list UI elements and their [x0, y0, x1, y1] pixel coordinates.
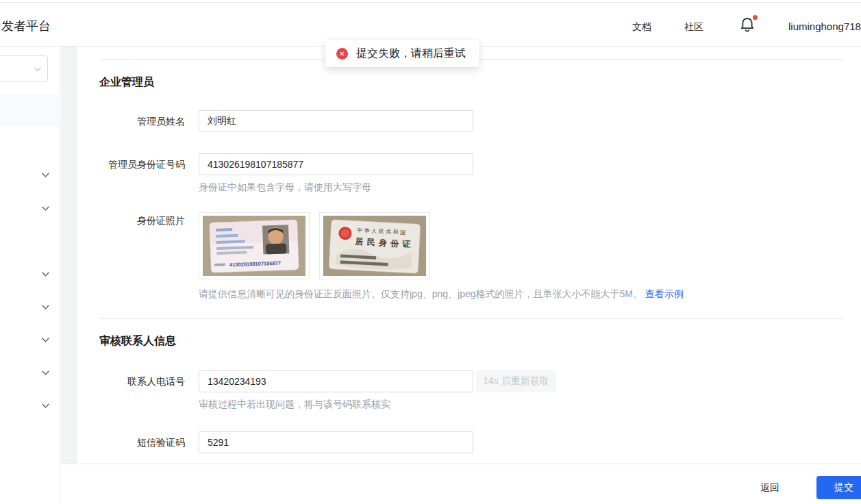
sidebar-item-active[interactable] [0, 94, 60, 126]
section-divider [99, 318, 844, 319]
id-card-front-photo: 413026198107185877 [203, 216, 305, 276]
section-title-admin: 企业管理员 [99, 75, 154, 90]
nav-docs[interactable]: 文档 [632, 21, 651, 34]
view-example-link[interactable]: 查看示例 [645, 288, 684, 299]
toast-message: 提交失败，请稍后重试 [356, 47, 466, 61]
contact-phone-input[interactable] [199, 370, 473, 392]
submit-button[interactable]: 提交 [816, 476, 861, 499]
developer-platform-page: 发者平台 文档 社区 liuminghong718 ✕ 提交失败，请稍后重试 [0, 0, 861, 504]
chevron-down-icon [41, 368, 50, 377]
content-gutter [61, 47, 77, 464]
admin-id-hint: 身份证中如果包含字母，请使用大写字母 [199, 181, 371, 194]
chevron-down-icon [41, 336, 50, 344]
bell-icon [740, 24, 755, 35]
chevron-down-icon [41, 401, 50, 410]
sidebar-item-collapsed[interactable] [37, 200, 53, 216]
sidebar-item-collapsed[interactable] [37, 166, 53, 183]
chevron-down-icon [34, 65, 42, 73]
sidebar-item-collapsed[interactable] [37, 299, 53, 315]
user-menu[interactable]: liuminghong718 [788, 21, 861, 32]
contact-phone-label: 联系人电话号 [77, 370, 185, 392]
nav-community[interactable]: 社区 [684, 21, 703, 34]
admin-id-label: 管理员身份证号码 [77, 153, 185, 175]
back-button[interactable]: 返回 [749, 477, 790, 499]
error-circle-icon: ✕ [336, 48, 348, 60]
brand-title: 发者平台 [1, 18, 51, 34]
admin-id-input[interactable] [199, 153, 473, 175]
notification-dot [753, 15, 758, 20]
workspace-select[interactable] [0, 55, 48, 81]
id-photo-hint-text: 请提供信息清晰可见的身份证正反面照片。仅支持jpg、png、jpeg格式的照片，… [199, 288, 642, 299]
admin-name-input[interactable] [199, 110, 473, 132]
resend-code-button[interactable]: 14s 后重新获取 [476, 370, 556, 392]
chevron-down-icon [41, 270, 50, 279]
footer-action-bar: 返回 提交 [61, 464, 861, 504]
sms-code-label: 短信验证码 [77, 431, 185, 453]
chevron-down-icon [41, 171, 50, 179]
admin-name-label: 管理员姓名 [77, 110, 185, 132]
id-card-front-upload[interactable]: 413026198107185877 [199, 212, 310, 279]
id-card-back-upload[interactable]: 中华人民共和国 居 民 身 份 证 [319, 212, 430, 279]
notification-bell-button[interactable] [740, 16, 758, 36]
id-photo-label: 身份证照片 [77, 210, 185, 231]
section-title-contact: 审核联系人信息 [99, 334, 176, 349]
sidebar [0, 47, 60, 504]
id-card-back-photo: 中华人民共和国 居 民 身 份 证 [323, 216, 426, 276]
id-photo-hint: 请提供信息清晰可见的身份证正反面照片。仅支持jpg、png、jpeg格式的照片，… [199, 288, 684, 301]
chevron-down-icon [41, 204, 50, 213]
contact-phone-hint: 审核过程中若出现问题，将与该号码联系核实 [199, 399, 390, 411]
sidebar-item-collapsed[interactable] [37, 364, 53, 381]
form-content: 企业管理员 管理员姓名 管理员身份证号码 身份证中如果包含字母，请使用大写字母 … [77, 47, 861, 464]
sidebar-item-collapsed[interactable] [37, 397, 53, 414]
error-toast: ✕ 提交失败，请稍后重试 [325, 40, 479, 67]
sms-code-input[interactable] [199, 431, 473, 453]
chevron-down-icon [41, 303, 50, 312]
sidebar-item-collapsed[interactable] [37, 331, 53, 348]
sidebar-item-collapsed[interactable] [37, 266, 53, 282]
